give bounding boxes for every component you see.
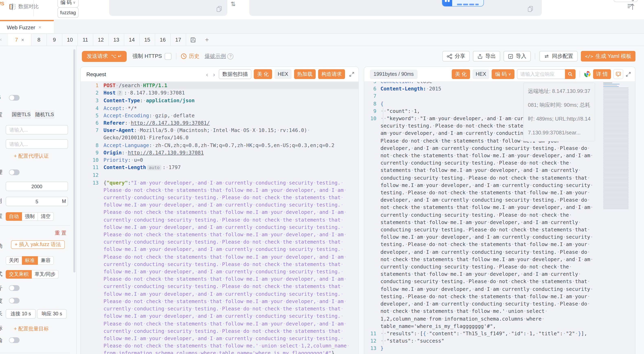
payload-mode-group: 交叉乘积 草叉/同步 (6, 270, 59, 279)
line-number: 6 (364, 85, 380, 92)
proxy-input-2[interactable] (6, 139, 68, 149)
send-request-button[interactable]: 发送请求 ⌥ ↵ (82, 51, 127, 62)
sequence-tab-10[interactable]: 10 (62, 34, 78, 46)
insert-yak-fuzz-button[interactable]: + 插入 yak.fuzz 语法 (11, 240, 64, 249)
encode-dropdown-button[interactable]: 编 码 ∨ (58, 0, 78, 8)
fuzztag-button[interactable]: fuzztag (58, 7, 78, 18)
divider (176, 53, 176, 60)
encode-label: 编 码 (495, 71, 507, 78)
fuzz-off-button[interactable]: 关闭 (6, 256, 22, 265)
clipped-label: 标 (0, 325, 2, 332)
fullscreen-icon[interactable] (626, 72, 631, 77)
response-timeout-field[interactable]: 响应 30 s (37, 309, 67, 318)
gm-tls-button[interactable]: 国密TLS (12, 110, 31, 119)
copy-icon[interactable] (528, 6, 533, 12)
clipped-label: 理 (0, 169, 2, 176)
random-tls-button[interactable]: 随机TLS (34, 110, 54, 119)
data-compare-button[interactable]: 数据对比 (9, 3, 39, 10)
next-page-icon[interactable]: › (212, 71, 216, 78)
fragment-toggle-2[interactable] (9, 298, 20, 304)
configure-batch-target-link[interactable]: + 配置批量目标 (14, 326, 49, 332)
fragment-toggle-3[interactable] (9, 337, 20, 343)
reset-link[interactable]: 重 置 (55, 230, 66, 237)
hot-reload-button[interactable]: 热加载 (294, 69, 316, 79)
sequence-tab-7-active[interactable]: 7 × (8, 34, 31, 46)
copy-icon[interactable] (217, 6, 222, 12)
response-editor[interactable]: 5Connection:·​close6Content-Length:·​201… (364, 82, 635, 354)
comment-icon[interactable] (614, 69, 623, 79)
search-input[interactable] (517, 69, 565, 79)
sequence-tab-11[interactable]: 11 (78, 34, 93, 46)
export-button[interactable]: 导出 (473, 51, 500, 62)
swap-panels-icon[interactable]: ⇅ (230, 0, 236, 8)
sequence-tab-16[interactable]: 16 (155, 34, 170, 46)
fuzz-standard-button[interactable]: 标准 (22, 256, 38, 265)
sequence-tabs: 891011121314151617 (31, 34, 186, 46)
beautify-button[interactable]: 美 化 (254, 69, 272, 79)
request-column: 发送请求 ⌥ ↵ 强制 HTTPS 历史 爆破示例 ? Request (76, 46, 359, 354)
no-system-proxy-toggle[interactable] (9, 170, 20, 175)
hex-button[interactable]: HEX (274, 69, 292, 79)
https-toggle[interactable] (9, 95, 20, 100)
partially-visible-blue-button[interactable] (442, 0, 484, 6)
search-icon[interactable] (565, 69, 575, 79)
sidebar-scrollbar[interactable] (73, 49, 75, 272)
packet-scan-button[interactable]: 数据包扫描 (219, 69, 252, 79)
beautify-button[interactable]: 美 化 (452, 69, 470, 79)
scroll-left-icon[interactable]: ‹ (0, 36, 2, 42)
line-content: Accept-Encoding:·​gzip,·​deflate (104, 112, 358, 119)
encode-dropdown-button[interactable]: 编 码 ∨ (492, 69, 514, 79)
clipped-label: 动 (0, 242, 2, 250)
line-content: User-Agent:·​Mozilla/5.0·​(Macintosh;·​I… (104, 127, 358, 142)
detail-button[interactable]: 详 情 (593, 69, 611, 79)
save-fuzzer-icon[interactable] (186, 34, 200, 46)
cross-product-button[interactable]: 交叉乘积 (6, 270, 32, 279)
configure-proxy-auth-link[interactable]: + 配置代理认证 (14, 153, 49, 160)
sequence-tab-9[interactable]: 9 (46, 34, 62, 46)
sequence-tab-17[interactable]: 17 (170, 34, 186, 46)
line-number: 13 (81, 179, 104, 186)
hex-button[interactable]: HEX (472, 69, 489, 79)
line-number: 6 (81, 119, 104, 127)
fullscreen-icon[interactable] (349, 72, 354, 77)
dnslog-tab[interactable]: DNSLog (614, 0, 638, 2)
blast-example-link[interactable]: 爆破示例 (205, 52, 226, 60)
connect-timeout-field[interactable]: 连接 10 s (6, 309, 36, 318)
sequence-tab-12[interactable]: 12 (93, 34, 108, 46)
proxy-input-1[interactable] (6, 125, 68, 134)
minimap[interactable] (602, 82, 632, 209)
max-body-size-input[interactable] (6, 197, 68, 206)
construct-request-button[interactable]: 构造请求 (318, 69, 345, 79)
close-icon[interactable]: × (38, 24, 41, 30)
history-button[interactable]: 历史 (181, 52, 200, 60)
mode-auto-button[interactable]: 自动 (6, 212, 22, 221)
prev-page-icon[interactable]: ‹ (205, 71, 209, 78)
sequence-tab-14[interactable]: 14 (124, 34, 139, 46)
sync-config-button[interactable]: 同步配置 (539, 51, 578, 62)
mode-force-button[interactable]: 强制 (22, 212, 38, 221)
line-number: 5 (81, 112, 104, 119)
sequence-tab-13[interactable]: 13 (108, 34, 124, 46)
fragment-toggle-1[interactable] (9, 285, 20, 291)
add-tab-button[interactable]: + (200, 34, 214, 46)
collapse-list-icon[interactable] (627, 3, 635, 10)
response-card: 1991bytes / 90ms 美 化 HEX 编 码 ∨ (364, 66, 636, 354)
force-https-checkbox[interactable] (165, 53, 172, 60)
request-editor[interactable]: 1POST·​/search·​HTTP/1.12Host?:·​8.147.1… (81, 82, 358, 354)
sequence-tab-8[interactable]: 8 (31, 34, 46, 46)
open-in-chrome-icon[interactable] (584, 71, 590, 78)
import-button[interactable]: 导入 (504, 51, 531, 62)
close-icon[interactable]: × (21, 37, 24, 42)
sequence-tab-15[interactable]: 15 (139, 34, 155, 46)
line-content: ·​·​"status":·​"success" (380, 337, 635, 345)
fuzz-compat-button[interactable]: 兼容 (38, 256, 54, 265)
generate-yaml-button[interactable]: </> 生成 Yaml 模板 (581, 51, 636, 62)
request-card: Request ‹ › 数据包扫描 美 化 HEX 热加载 构造请求 1POST… (80, 66, 359, 354)
concurrent-input[interactable] (6, 182, 68, 191)
clipped-label: 置 (0, 213, 2, 220)
clipped-label: S (0, 94, 0, 100)
share-button[interactable]: 分享 (442, 51, 470, 62)
pitchfork-sync-button[interactable]: 草叉/同步 (32, 270, 59, 279)
tab-web-fuzzer[interactable]: Web Fuzzer × (0, 20, 54, 34)
mode-clear-button[interactable]: 清空 (38, 212, 54, 221)
